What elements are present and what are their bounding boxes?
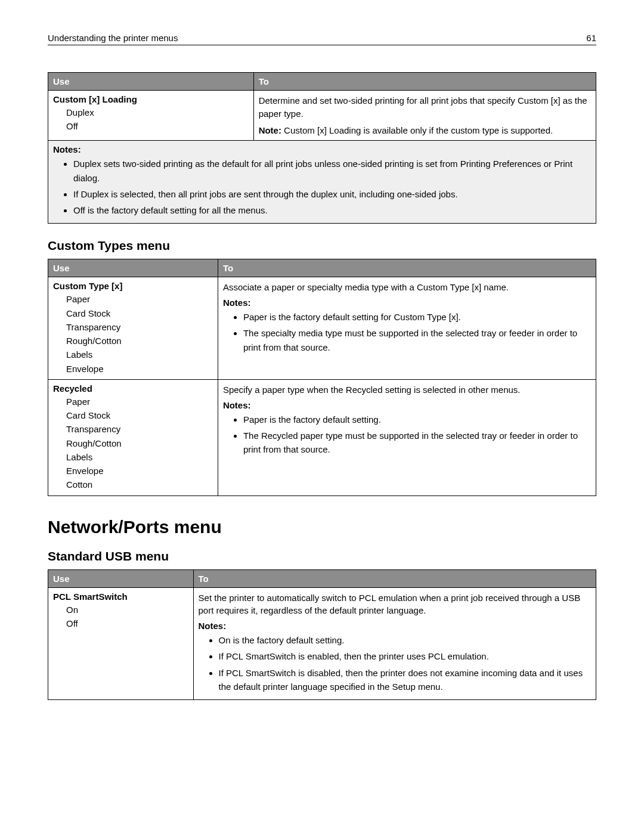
network-ports-heading: Network/Ports menu [48, 517, 596, 537]
page-header: Understanding the printer menus 61 [48, 33, 596, 45]
standard-usb-table: Use To PCL SmartSwitch On Off Set the pr… [48, 569, 596, 701]
table-header-to: To [193, 569, 596, 587]
table-header-to: To [218, 259, 596, 277]
standard-usb-heading: Standard USB menu [48, 549, 596, 563]
table-notes-row: Notes: Duplex sets two‑sided printing as… [48, 141, 596, 224]
notes-bullet: The specialty media type must be support… [243, 326, 591, 354]
table-row: Custom Type [x] Paper Card Stock Transpa… [48, 277, 596, 380]
setting-title: Recycled [53, 383, 213, 394]
notes-heading: Notes: [223, 400, 591, 410]
setting-note: Note: Custom [x] Loading is available on… [259, 124, 591, 137]
table-row: Custom [x] Loading Duplex Off Determine … [48, 91, 596, 141]
notes-bullet: Off is the factory default setting for a… [73, 203, 591, 217]
setting-option: Card Stock [66, 408, 213, 422]
setting-option: Duplex [66, 106, 249, 119]
setting-option: On [66, 603, 188, 617]
setting-description: Set the printer to automatically switch … [199, 592, 591, 618]
setting-title: Custom [x] Loading [53, 94, 249, 104]
setting-description: Determine and set two‑sided printing for… [259, 94, 591, 120]
custom-types-heading: Custom Types menu [48, 239, 596, 253]
notes-bullet: If PCL SmartSwitch is enabled, then the … [219, 649, 591, 663]
setting-option: Labels [66, 450, 213, 464]
notes-heading: Notes: [223, 298, 591, 308]
setting-option: Cotton [66, 478, 213, 491]
table-header-use: Use [48, 259, 218, 277]
notes-bullet: If Duplex is selected, then all print jo… [73, 187, 591, 201]
setting-title: Custom Type [x] [53, 281, 213, 291]
notes-bullet: On is the factory default setting. [219, 633, 591, 647]
notes-heading: Notes: [53, 144, 591, 154]
setting-option: Paper [66, 395, 213, 408]
setting-description: Specify a paper type when the Recycled s… [223, 383, 591, 397]
setting-option: Transparency [66, 422, 213, 436]
notes-bullet: Paper is the factory default setting for… [243, 310, 591, 324]
setting-option: Labels [66, 348, 213, 361]
setting-option: Envelope [66, 362, 213, 376]
notes-bullet: If PCL SmartSwitch is disabled, then the… [219, 666, 591, 694]
table-header-to: To [253, 73, 596, 91]
notes-bullet: The Recycled paper type must be supporte… [243, 429, 591, 457]
setting-option: Rough/Cotton [66, 436, 213, 450]
page: Understanding the printer menus 61 Use T… [0, 0, 644, 739]
page-number: 61 [586, 33, 596, 43]
table-header-use: Use [48, 73, 254, 91]
table-row: PCL SmartSwitch On Off Set the printer t… [48, 587, 596, 700]
setting-option: Envelope [66, 464, 213, 478]
custom-loading-table: Use To Custom [x] Loading Duplex Off Det… [48, 72, 596, 224]
table-row: Recycled Paper Card Stock Transparency R… [48, 379, 596, 496]
notes-bullet: Duplex sets two‑sided printing as the de… [73, 157, 591, 185]
custom-types-table: Use To Custom Type [x] Paper Card Stock … [48, 259, 596, 496]
table-header-use: Use [48, 569, 194, 587]
setting-option: Off [66, 617, 188, 630]
setting-option: Paper [66, 292, 213, 306]
setting-description: Associate a paper or specialty media typ… [223, 281, 591, 294]
setting-title: PCL SmartSwitch [53, 592, 188, 602]
setting-option: Rough/Cotton [66, 334, 213, 348]
notes-heading: Notes: [199, 621, 591, 631]
setting-option: Transparency [66, 320, 213, 334]
setting-option: Card Stock [66, 306, 213, 320]
header-title: Understanding the printer menus [48, 33, 178, 43]
setting-option: Off [66, 119, 249, 133]
notes-bullet: Paper is the factory default setting. [243, 413, 591, 426]
